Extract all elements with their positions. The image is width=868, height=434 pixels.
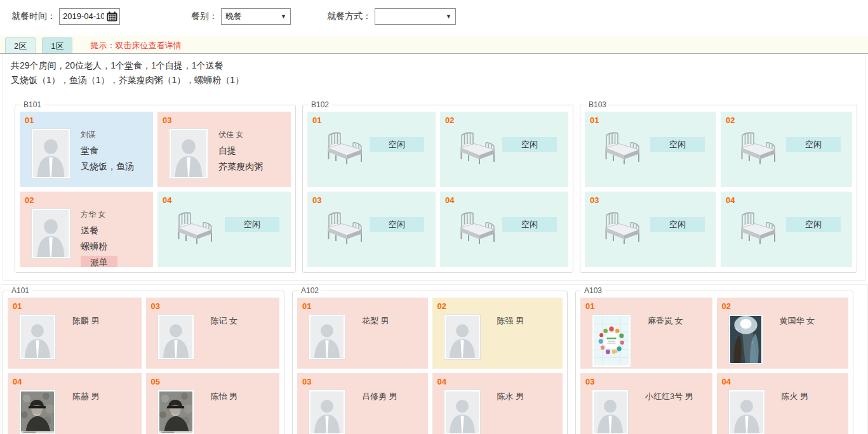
idle-status-badge: 空闲 <box>502 217 557 232</box>
dining-date-field[interactable] <box>59 8 120 25</box>
flower-wreath-photo <box>592 314 631 367</box>
bed-icon <box>736 211 779 247</box>
bed-occupant: 方华 女送餐螺蛳粉派单 <box>31 208 150 267</box>
bed-cell-B103-02[interactable]: 02 空闲 <box>721 112 852 187</box>
elderly-man-photo <box>19 390 56 434</box>
bed-number: 02 <box>437 301 446 311</box>
bed-occupant: 花梨 男 <box>309 314 425 360</box>
resident-name: 陈火 男 <box>782 391 809 402</box>
bed-cell-A102-04[interactable]: 04 陈水 男 <box>432 373 563 434</box>
occupant-info: 伏佳 女自提芥菜瘦肉粥 <box>218 128 263 179</box>
resident-name: 吕修勇 男 <box>362 391 397 402</box>
bed-cell-B101-04[interactable]: 04 空闲 <box>157 192 291 267</box>
occupant-info: 小红红3号 男 <box>645 390 693 434</box>
bed-cell-B102-04[interactable]: 04 空闲 <box>440 192 568 267</box>
occupant-info: 陈麟 男 <box>72 314 100 360</box>
bed-cell-B101-02[interactable]: 02 方华 女送餐螺蛳粉派单 <box>20 192 153 267</box>
bed-number: 01 <box>302 301 311 311</box>
dining-date-input[interactable] <box>60 11 104 21</box>
dropdown-arrow-icon: ▼ <box>281 13 286 20</box>
bed-icon <box>600 211 643 247</box>
meal-dishes: 螺蛳粉 <box>81 241 117 253</box>
double-click-hint: 提示：双击床位查看详情 <box>90 37 181 53</box>
bed-cell-B103-01[interactable]: 01 空闲 <box>585 112 716 187</box>
bed-number: 03 <box>151 301 160 311</box>
bed-cell-A101-01[interactable]: 01 陈麟 男 <box>8 298 142 369</box>
bed-icon <box>600 131 643 168</box>
idle-status-badge: 空闲 <box>502 137 557 152</box>
meal-dishes: 芥菜瘦肉粥 <box>218 161 263 173</box>
bed-number: 01 <box>13 301 22 311</box>
meal-type-value: 晚餐 <box>225 11 278 22</box>
avatar-placeholder-photo <box>169 128 208 179</box>
occupant-info: 麻香岚 女 <box>648 314 683 367</box>
bed-grid: 01 空闲02 <box>307 112 568 267</box>
occupant-info: 陈水 男 <box>497 390 524 434</box>
bed-cell-A103-04[interactable]: 04 陈火 男 <box>717 373 849 434</box>
dropdown-arrow-icon: ▼ <box>446 13 451 20</box>
idle-status-badge: 空闲 <box>650 137 705 152</box>
bed-number: 02 <box>445 115 454 125</box>
bed-number: 04 <box>13 377 22 386</box>
bed-cell-B102-02[interactable]: 02 空闲 <box>440 112 568 187</box>
bed-cell-A101-04[interactable]: 04 陈赫 男 <box>8 373 142 434</box>
bed-occupant: 麻香岚 女 <box>592 314 710 367</box>
bed-occupant: 黄国华 女 <box>728 314 846 365</box>
tab-zone-1[interactable]: 1区 <box>42 37 72 53</box>
elderly-man-photo <box>157 390 194 434</box>
bed-number: 04 <box>726 195 735 205</box>
room-card-B103: B10301 空闲02 <box>580 100 857 273</box>
bed-icon <box>173 211 216 247</box>
bed-cell-A102-01[interactable]: 01 花梨 男 <box>297 298 428 369</box>
avatar-placeholder-photo <box>157 314 194 360</box>
bed-cell-B101-03[interactable]: 03 伏佳 女自提芥菜瘦肉粥 <box>157 112 291 187</box>
bed-number: 01 <box>585 301 594 311</box>
room-card-B101: B10101 刘谋堂食叉烧饭，鱼汤03 伏佳 女自提芥菜瘦肉粥02 方华 女送餐… <box>15 100 296 273</box>
bed-cell-A103-01[interactable]: 01 麻香岚 女 <box>580 298 712 369</box>
bed-cell-A101-03[interactable]: 03 陈记 女 <box>146 298 280 369</box>
bed-grid: 01 花梨 男02 陈强 男03 吕修勇 男04 陈水 男 <box>297 298 563 434</box>
resident-name: 伏佳 女 <box>218 129 263 140</box>
bed-number: 03 <box>590 195 599 205</box>
dining-time-label: 就餐时间： <box>11 11 56 22</box>
room-title: B101 <box>21 100 44 109</box>
bed-occupant: 陈水 男 <box>444 390 561 434</box>
avatar-placeholder-photo <box>309 314 345 360</box>
bed-number: 03 <box>312 195 321 205</box>
bed-number: 04 <box>722 377 731 386</box>
bed-cell-B101-01[interactable]: 01 刘谋堂食叉烧饭，鱼汤 <box>20 112 153 187</box>
meal-method: 自提 <box>218 145 263 157</box>
bed-cell-A103-03[interactable]: 03 小红红3号 男 <box>580 373 712 434</box>
bed-cell-B103-03[interactable]: 03 空闲 <box>585 192 716 267</box>
meal-type-select[interactable]: 晚餐 ▼ <box>221 8 291 25</box>
meal-dishes: 叉烧饭，鱼汤 <box>81 161 134 173</box>
resident-name: 陈赫 男 <box>72 391 100 402</box>
occupant-info: 陈强 男 <box>497 314 524 360</box>
occupant-info: 陈记 女 <box>211 314 238 360</box>
bed-number: 04 <box>445 195 454 205</box>
bed-cell-A102-02[interactable]: 02 陈强 男 <box>432 298 563 369</box>
bed-cell-B102-03[interactable]: 03 空闲 <box>307 192 436 267</box>
room-card-A101: A10101 陈麟 男03 陈记 女04 陈赫 男05 <box>3 286 284 434</box>
bed-cell-A101-05[interactable]: 05 陈怡 男 <box>146 373 280 434</box>
room-title: A101 <box>9 286 32 295</box>
zone-a-panel: A10101 陈麟 男03 陈记 女04 陈赫 男05 <box>1 284 868 434</box>
bed-cell-B102-01[interactable]: 01 空闲 <box>307 112 436 187</box>
resident-name: 花梨 男 <box>362 315 389 327</box>
avatar-placeholder-photo <box>31 208 70 259</box>
occupant-info: 吕修勇 男 <box>362 390 397 434</box>
artwork-photo <box>728 314 763 365</box>
tab-zone-2[interactable]: 2区 <box>5 37 36 53</box>
calendar-icon[interactable] <box>107 11 117 22</box>
bed-cell-A103-02[interactable]: 02 黄国华 女 <box>717 298 849 369</box>
avatar-placeholder-photo <box>31 128 70 179</box>
room-card-A102: A10201 花梨 男02 陈强 男03 吕修勇 男04 陈水 男 <box>292 286 568 434</box>
bed-cell-B103-04[interactable]: 04 空闲 <box>721 192 852 267</box>
bed-number: 01 <box>590 115 599 125</box>
resident-name: 陈强 男 <box>497 315 524 327</box>
dining-method-select[interactable]: ▼ <box>375 8 456 25</box>
dispatch-button[interactable]: 派单 <box>81 256 117 267</box>
bed-cell-A102-03[interactable]: 03 吕修勇 男 <box>297 373 428 434</box>
bed-number: 03 <box>302 377 311 386</box>
bed-occupant: 陈赫 男 <box>19 390 139 434</box>
